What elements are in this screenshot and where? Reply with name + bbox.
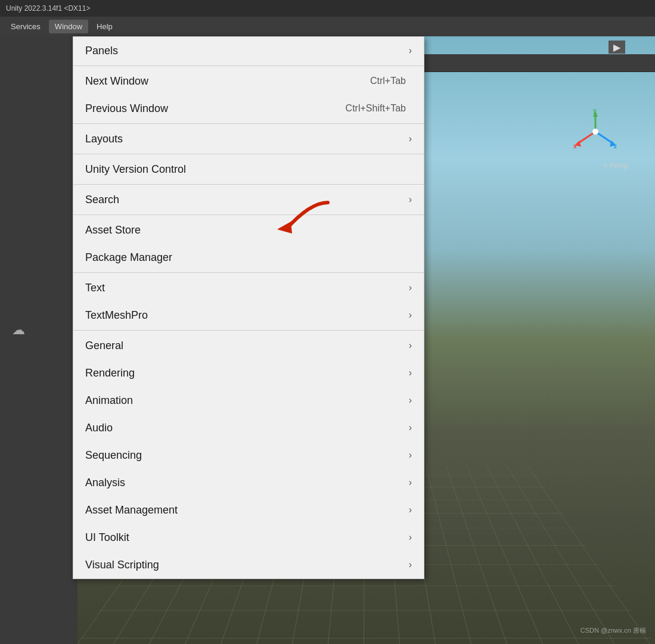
- menu-item-visual-scripting[interactable]: Visual Scripting ›: [73, 551, 424, 578]
- menu-item-animation[interactable]: Animation ›: [73, 387, 424, 414]
- animation-chevron: ›: [409, 395, 412, 406]
- analysis-label: Analysis: [85, 477, 409, 489]
- prev-window-label: Previous Window: [85, 102, 346, 115]
- svg-line-4: [595, 132, 613, 144]
- asset-management-chevron: ›: [409, 505, 412, 515]
- layouts-label: Layouts: [85, 133, 409, 145]
- window-dropdown-menu: Panels › Next Window Ctrl+Tab Previous W…: [73, 36, 424, 579]
- search-chevron: ›: [409, 194, 412, 205]
- play-button[interactable]: ▶: [609, 41, 625, 54]
- audio-label: Audio: [85, 422, 409, 434]
- menu-item-general[interactable]: General ›: [73, 332, 424, 359]
- svg-text:z: z: [614, 143, 617, 150]
- menu-services[interactable]: Services: [5, 20, 46, 33]
- separator-7: [73, 330, 424, 331]
- search-label: Search: [85, 194, 409, 206]
- panels-chevron: ›: [409, 45, 412, 56]
- svg-line-2: [578, 132, 595, 144]
- svg-point-6: [592, 129, 598, 135]
- menu-item-asset-store[interactable]: Asset Store: [73, 216, 424, 244]
- menu-item-next-window[interactable]: Next Window Ctrl+Tab: [73, 67, 424, 95]
- separator-5: [73, 214, 424, 215]
- separator-4: [73, 184, 424, 185]
- textmeshpro-chevron: ›: [409, 310, 412, 321]
- menu-item-text[interactable]: Text ›: [73, 274, 424, 301]
- ui-toolkit-chevron: ›: [409, 532, 412, 543]
- watermark: CSDN @znwx.cn 唐楠: [581, 626, 646, 635]
- cloud-icon: ☁: [12, 322, 25, 338]
- animation-label: Animation: [85, 394, 409, 407]
- unity-version-control-label: Unity Version Control: [85, 163, 412, 176]
- menu-item-unity-version-control[interactable]: Unity Version Control: [73, 155, 424, 183]
- scene-gizmo: x z y: [572, 108, 619, 155]
- ui-toolkit-label: UI Toolkit: [85, 531, 409, 544]
- next-window-label: Next Window: [85, 75, 370, 88]
- prev-window-shortcut: Ctrl+Shift+Tab: [346, 103, 406, 114]
- text-chevron: ›: [409, 282, 412, 293]
- menu-item-panels[interactable]: Panels ›: [73, 37, 424, 64]
- visual-scripting-chevron: ›: [409, 559, 412, 570]
- next-window-shortcut: Ctrl+Tab: [370, 76, 406, 86]
- textmeshpro-label: TextMeshPro: [85, 309, 409, 322]
- menu-item-ui-toolkit[interactable]: UI Toolkit ›: [73, 524, 424, 551]
- menu-item-audio[interactable]: Audio ›: [73, 414, 424, 441]
- title-bar: Unity 2022.3.14f1 <DX11>: [0, 0, 655, 17]
- sequencing-label: Sequencing: [85, 449, 409, 462]
- svg-text:x: x: [573, 143, 577, 150]
- asset-store-label: Asset Store: [85, 224, 412, 237]
- left-sidebar: ☁: [0, 36, 77, 644]
- rendering-label: Rendering: [85, 367, 409, 379]
- more-options-button[interactable]: ⋮: [638, 42, 649, 55]
- menu-window[interactable]: Window: [49, 20, 88, 33]
- separator-6: [73, 272, 424, 273]
- sequencing-chevron: ›: [409, 450, 412, 461]
- rendering-chevron: ›: [409, 368, 412, 378]
- layouts-chevron: ›: [409, 133, 412, 144]
- separator-1: [73, 66, 424, 66]
- menu-item-asset-management[interactable]: Asset Management ›: [73, 496, 424, 524]
- menu-item-sequencing[interactable]: Sequencing ›: [73, 441, 424, 469]
- menu-item-textmeshpro[interactable]: TextMeshPro ›: [73, 301, 424, 329]
- audio-chevron: ›: [409, 422, 412, 433]
- visual-scripting-label: Visual Scripting: [85, 559, 409, 571]
- separator-3: [73, 154, 424, 154]
- menu-item-analysis[interactable]: Analysis ›: [73, 469, 424, 496]
- text-label: Text: [85, 282, 409, 294]
- analysis-chevron: ›: [409, 477, 412, 488]
- menu-item-prev-window[interactable]: Previous Window Ctrl+Shift+Tab: [73, 95, 424, 122]
- menu-item-rendering[interactable]: Rendering ›: [73, 359, 424, 387]
- general-chevron: ›: [409, 340, 412, 351]
- panels-label: Panels: [85, 45, 409, 57]
- asset-management-label: Asset Management: [85, 504, 409, 517]
- menu-help[interactable]: Help: [91, 20, 119, 33]
- package-manager-label: Package Manager: [85, 251, 412, 264]
- svg-text:y: y: [593, 108, 597, 114]
- title-bar-text: Unity 2022.3.14f1 <DX11>: [6, 4, 90, 13]
- general-label: General: [85, 340, 409, 352]
- menu-item-search[interactable]: Search ›: [73, 186, 424, 213]
- separator-2: [73, 123, 424, 124]
- persp-label: < Persp: [603, 161, 628, 170]
- menu-item-layouts[interactable]: Layouts ›: [73, 125, 424, 153]
- menu-bar: Services Window Help: [0, 17, 655, 36]
- menu-item-package-manager[interactable]: Package Manager: [73, 244, 424, 271]
